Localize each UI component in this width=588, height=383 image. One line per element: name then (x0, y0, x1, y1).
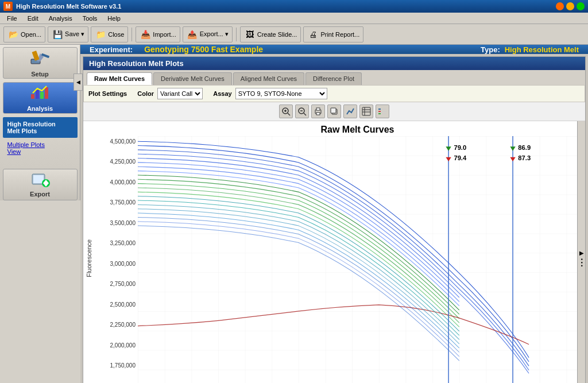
app-title: High Resolution Melt Software v3.1 (16, 3, 121, 10)
analysis-icon (30, 84, 51, 103)
chart-svg: 79.0 79.4 86.9 87.3 (138, 136, 577, 383)
experiment-name: Genotyping 7500 Fast Example (144, 45, 263, 54)
import-icon: 📥 (140, 29, 151, 40)
experiment-label: Experiment: (90, 45, 133, 54)
svg-rect-6 (40, 92, 44, 99)
menu-analysis[interactable]: Analysis (44, 14, 77, 23)
create-slide-button[interactable]: 🖼 Create Slide... (240, 26, 301, 42)
y-tick-3: 4,000,000 (97, 179, 136, 185)
y-tick-11: 2,000,000 (97, 342, 136, 349)
zoom-in-button[interactable] (279, 105, 293, 118)
tab-difference[interactable]: Difference Plot (305, 72, 362, 85)
sidebar-item-analysis[interactable]: Analysis (3, 82, 78, 114)
svg-text:87.3: 87.3 (518, 154, 531, 161)
menu-file[interactable]: File (2, 14, 22, 23)
y-axis-label: Fluorescence (83, 121, 95, 383)
sidebar-item-setup[interactable]: Setup (3, 47, 78, 79)
chart-container: Fluorescence 4,500,000 4,250,000 4,000,0… (83, 121, 585, 383)
tab-derivative[interactable]: Derivative Melt Curves (153, 72, 232, 85)
title-bar: M High Resolution Melt Software v3.1 (0, 0, 588, 13)
open-button[interactable]: 📂 Open... (3, 26, 45, 42)
plot-settings-bar: Plot Settings Color Variant Call Sample … (83, 85, 585, 102)
toolbar-separator-2 (236, 28, 237, 41)
sidebar-item-export[interactable]: Export (3, 169, 78, 200)
zoom-out-button[interactable] (295, 105, 309, 118)
toolbar: 📂 Open... 💾 Save ▾ 📁 Close 📥 Import... 📤… (0, 24, 588, 45)
export-button[interactable]: 📤 Export... ▾ (183, 26, 233, 42)
analysis-label: Analysis (27, 105, 53, 112)
right-collapse-arrow: ▶ (579, 250, 584, 256)
content-area: Experiment: Genotyping 7500 Fast Example… (80, 45, 588, 383)
right-collapse-panel[interactable]: ▶ • • • (577, 121, 585, 383)
chart-type-button[interactable] (343, 105, 357, 118)
right-panel-dots: • • • (579, 258, 585, 266)
save-button[interactable]: 💾 Save ▾ (48, 26, 88, 42)
open-icon: 📂 (7, 29, 19, 40)
export-icon: 📤 (187, 29, 198, 40)
y-tick-1: 4,500,000 (97, 138, 136, 145)
close-icon: 📁 (95, 29, 106, 40)
svg-text:79.4: 79.4 (454, 154, 467, 161)
close-button[interactable]: 📁 Close (91, 26, 128, 42)
data-table-button[interactable] (359, 105, 373, 118)
chart-main: Raw Melt Curves (138, 121, 577, 383)
tabs-row: Raw Melt Curves Derivative Melt Curves A… (83, 70, 585, 85)
app-icon: M (3, 2, 13, 11)
menu-edit[interactable]: Edit (23, 14, 43, 23)
svg-text:79.0: 79.0 (454, 144, 466, 151)
menu-bar: File Edit Analysis Tools Help (0, 13, 588, 24)
import-button[interactable]: 📥 Import... (136, 26, 180, 42)
svg-rect-7 (45, 87, 48, 99)
color-select[interactable]: Variant Call Sample Well (157, 88, 203, 99)
svg-line-13 (288, 113, 290, 115)
save-icon: 💾 (52, 29, 63, 40)
svg-rect-20 (316, 113, 320, 115)
y-tick-9: 2,500,000 (97, 301, 136, 308)
tab-aligned[interactable]: Aligned Melt Curves (233, 72, 304, 85)
y-tick-12: 1,750,000 (97, 362, 136, 369)
close-btn[interactable] (577, 2, 585, 10)
color-label: Color (137, 90, 154, 97)
sidebar-collapse-button[interactable]: ◀ (74, 73, 83, 91)
legend-button[interactable] (376, 105, 389, 118)
tab-raw-melt[interactable]: Raw Melt Curves (87, 72, 152, 85)
assay-label: Assay (213, 90, 231, 97)
menu-help[interactable]: Help (103, 14, 125, 23)
y-tick-7: 3,000,000 (97, 261, 136, 267)
svg-rect-21 (316, 108, 320, 110)
sidebar: Setup Analysis High ResolutionMelt (0, 45, 80, 200)
svg-rect-4 (31, 94, 34, 99)
print-report-button[interactable]: 🖨 Print Report... (303, 26, 363, 42)
y-tick-8: 2,750,000 (97, 281, 136, 287)
y-tick-10: 2,250,000 (97, 322, 136, 328)
type-section: Type: High Resolution Melt (481, 45, 579, 54)
plot-settings-label: Plot Settings (88, 90, 127, 97)
sidebar-wrapper: Setup Analysis High ResolutionMelt (0, 45, 80, 383)
type-label: Type: (481, 45, 500, 54)
multiple-plots-label: Multiple PlotsView (7, 141, 45, 155)
svg-text:86.9: 86.9 (518, 144, 531, 151)
minimize-btn[interactable] (556, 2, 564, 10)
svg-rect-24 (362, 107, 370, 115)
svg-rect-5 (36, 90, 39, 99)
y-tick-6: 3,250,000 (97, 240, 136, 246)
y-tick-5: 3,500,000 (97, 220, 136, 226)
setup-icon (30, 49, 51, 69)
print-chart-button[interactable] (311, 105, 325, 118)
svg-rect-23 (331, 108, 336, 113)
assay-select[interactable]: SYTO 9, SYTO9-None SYTO 9 SYTO9-None (235, 88, 327, 99)
hrm-plots-label: High ResolutionMelt Plots (7, 121, 56, 134)
sidebar-item-multiple-plots[interactable]: Multiple PlotsView (3, 139, 78, 157)
maximize-btn[interactable] (566, 2, 574, 10)
copy-chart-button[interactable] (327, 105, 341, 118)
chart-title: Raw Melt Curves (138, 121, 577, 136)
plot-panel: High Resolution Melt Plots Raw Melt Curv… (83, 56, 586, 383)
toolbar-separator-1 (131, 28, 132, 41)
experiment-header: Experiment: Genotyping 7500 Fast Example… (80, 45, 588, 54)
y-axis: 4,500,000 4,250,000 4,000,000 3,750,000 … (95, 121, 138, 383)
svg-line-17 (304, 113, 306, 115)
export-label: Export (30, 191, 50, 198)
menu-tools[interactable]: Tools (78, 14, 102, 23)
sidebar-item-hrm-plots[interactable]: High ResolutionMelt Plots (3, 117, 78, 138)
print-report-icon: 🖨 (307, 29, 319, 40)
